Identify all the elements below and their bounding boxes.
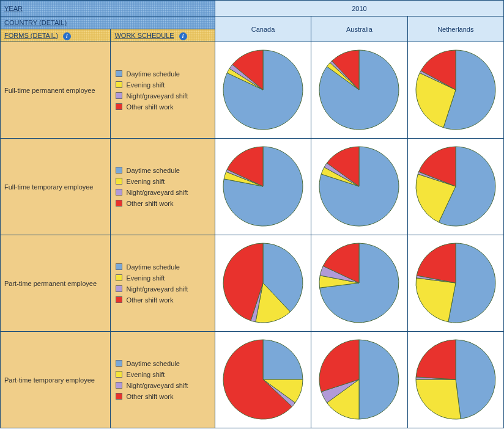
legend-item-daytime: Daytime schedule [116,360,209,367]
pie-cell [407,42,503,139]
legend-label: Other shift work [126,200,173,207]
pie-cell [407,235,503,332]
legend-label: Daytime schedule [126,263,179,271]
pie-cell [215,235,311,332]
legend-label: Night/graveyard shift [126,92,188,100]
pie-chart [413,144,498,229]
country-detail-link[interactable]: COUNTRY (DETAIL) [1,16,70,29]
legend-label: Daytime schedule [126,360,179,367]
legend-item-evening: Evening shift [116,274,209,282]
form-label: Part-time temporary employee [4,376,95,384]
legend-cell: Daytime schedule Evening shift Night/gra… [111,139,215,235]
legend-item-daytime: Daytime schedule [116,70,209,78]
pie-chart [413,337,498,422]
legend-label: Daytime schedule [126,167,179,174]
country-label: Canada [251,26,275,33]
pie-cell [311,235,407,332]
legend-label: Evening shift [126,81,165,89]
country-label: Australia [346,26,372,33]
form-label-cell: Part-time temporary employee [1,332,111,428]
info-icon[interactable]: i [179,32,187,40]
forms-detail-link[interactable]: FORMS (DETAIL) [1,29,62,42]
pie-chart [220,337,306,422]
pie-cell [215,139,311,235]
legend-label: Other shift work [126,393,173,400]
legend-label: Other shift work [126,103,173,111]
year-header-cell: YEAR [1,1,215,16]
legend-item-other: Other shift work [116,296,209,304]
legend-swatch [116,200,122,207]
legend-swatch [116,274,122,281]
form-label-cell: Part-time permanent employee [1,235,111,332]
pie-cell [311,42,407,139]
pie-cell [215,42,311,139]
legend-item-evening: Evening shift [116,178,209,185]
pie-cell [311,332,407,428]
country-detail-header-cell: COUNTRY (DETAIL) [1,16,215,29]
work-schedule-link[interactable]: WORK SCHEDULE [111,29,177,42]
work-schedule-header-cell: WORK SCHEDULEi [111,29,215,42]
pie-chart [220,144,306,229]
data-table: YEAR 2010 COUNTRY (DETAIL) Canada Austra… [0,0,504,428]
legend-swatch [116,178,122,185]
legend-item-daytime: Daytime schedule [116,167,209,174]
legend-swatch [116,263,122,270]
legend-item-other: Other shift work [116,103,209,111]
legend-swatch [116,360,122,367]
legend-swatch [116,296,122,303]
year-header-link[interactable]: YEAR [1,2,26,15]
legend-swatch [116,382,122,389]
pie-chart [316,144,402,229]
pie-chart [316,337,402,422]
form-label: Full-time permanent employee [4,87,95,94]
legend-label: Night/graveyard shift [126,285,188,293]
legend-cell: Daytime schedule Evening shift Night/gra… [111,235,215,332]
legend-label: Night/graveyard shift [126,189,188,196]
legend-item-other: Other shift work [116,393,209,400]
country-netherlands-cell: Netherlands [407,16,503,42]
form-label-cell: Full-time permanent employee [1,42,111,139]
legend-label: Evening shift [126,178,165,185]
pie-chart [316,47,402,133]
legend-label: Evening shift [126,274,165,282]
legend-item-night: Night/graveyard shift [116,285,209,293]
year-value-cell: 2010 [215,1,503,16]
legend-swatch [116,189,122,196]
country-australia-cell: Australia [311,16,407,42]
info-icon[interactable]: i [63,32,71,40]
pie-chart [220,240,306,326]
legend-label: Other shift work [126,296,173,304]
pie-cell [215,332,311,428]
pie-chart [220,47,306,133]
pie-cell [407,332,503,428]
legend-cell: Daytime schedule Evening shift Night/gra… [111,42,215,139]
legend-item-night: Night/graveyard shift [116,189,209,196]
country-label: Netherlands [437,26,473,33]
legend-item-daytime: Daytime schedule [116,263,209,271]
pie-chart [316,240,402,326]
legend-swatch [116,70,122,77]
pie-chart [413,240,498,326]
pie-chart [413,47,498,133]
legend-swatch [116,103,122,110]
form-label-cell: Full-time temporary employee [1,139,111,235]
legend-item-night: Night/graveyard shift [116,92,209,100]
legend-swatch [116,81,122,88]
form-label: Part-time permanent employee [4,280,97,287]
year-value: 2010 [352,5,366,12]
legend-cell: Daytime schedule Evening shift Night/gra… [111,332,215,428]
legend-label: Night/graveyard shift [126,382,188,389]
pie-cell [311,139,407,235]
legend-swatch [116,285,122,292]
legend-item-other: Other shift work [116,200,209,207]
form-label: Full-time temporary employee [4,183,94,191]
legend-item-night: Night/graveyard shift [116,382,209,389]
legend-label: Daytime schedule [126,70,179,78]
legend-item-evening: Evening shift [116,81,209,89]
legend-swatch [116,92,122,99]
legend-swatch [116,371,122,378]
forms-detail-header-cell: FORMS (DETAIL)i [1,29,111,42]
legend-swatch [116,167,122,174]
country-canada-cell: Canada [215,16,311,42]
pie-cell [407,139,503,235]
